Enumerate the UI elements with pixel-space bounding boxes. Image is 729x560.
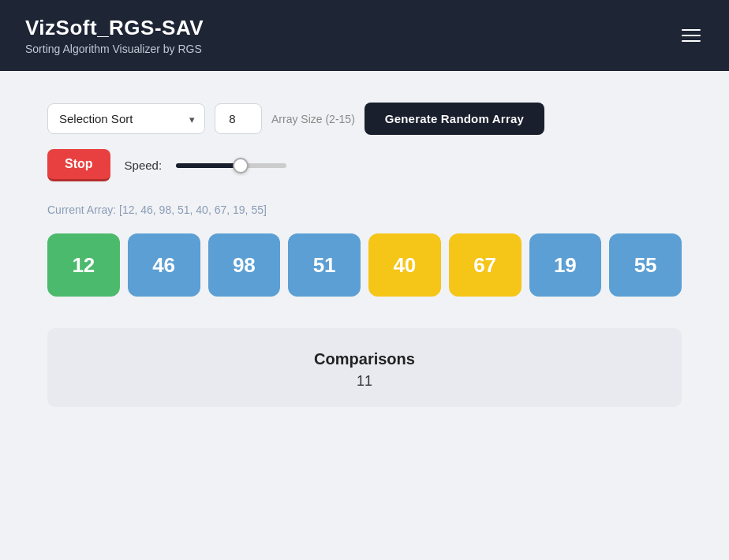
controls-row-1: Selection Sort ▾ Array Size (2-15) Gener… [47,103,682,135]
controls-row-2: Stop Speed: [47,149,682,181]
stats-section: Comparisons 11 [47,328,682,407]
main-content: Selection Sort ▾ Array Size (2-15) Gener… [0,71,729,431]
array-bar-card: 51 [288,233,361,297]
chevron-down-icon: ▾ [189,113,195,125]
logo-block: VizSoft_RGS-SAV Sorting Algorithm Visual… [25,16,204,55]
app-subtitle: Sorting Algorithm Visualizer by RGS [25,43,204,55]
comparisons-value: 11 [63,373,666,390]
comparisons-label: Comparisons [63,350,666,368]
current-array-text: Current Array: [12, 46, 98, 51, 40, 67, … [47,203,682,216]
generate-random-array-button[interactable]: Generate Random Array [364,103,544,135]
algorithm-select-label: Selection Sort [59,112,133,125]
app-header: VizSoft_RGS-SAV Sorting Algorithm Visual… [0,0,729,71]
array-bar-card: 40 [368,233,441,297]
array-bar-card: 46 [128,233,200,297]
array-bar-card: 19 [529,233,602,297]
array-size-label: Array Size (2-15) [271,113,355,125]
array-bar-card: 98 [208,233,281,297]
array-bars: 1246985140671955 [47,233,682,297]
speed-slider[interactable] [176,163,286,168]
algorithm-select[interactable]: Selection Sort ▾ [47,103,205,134]
stop-button[interactable]: Stop [47,149,110,181]
hamburger-menu[interactable] [679,26,704,45]
app-title: VizSoft_RGS-SAV [25,16,204,40]
array-bar-card: 67 [449,233,522,297]
array-bar-card: 55 [609,233,682,297]
array-bar-card: 12 [47,233,120,297]
speed-label: Speed: [125,159,163,172]
array-size-input[interactable] [215,103,262,134]
